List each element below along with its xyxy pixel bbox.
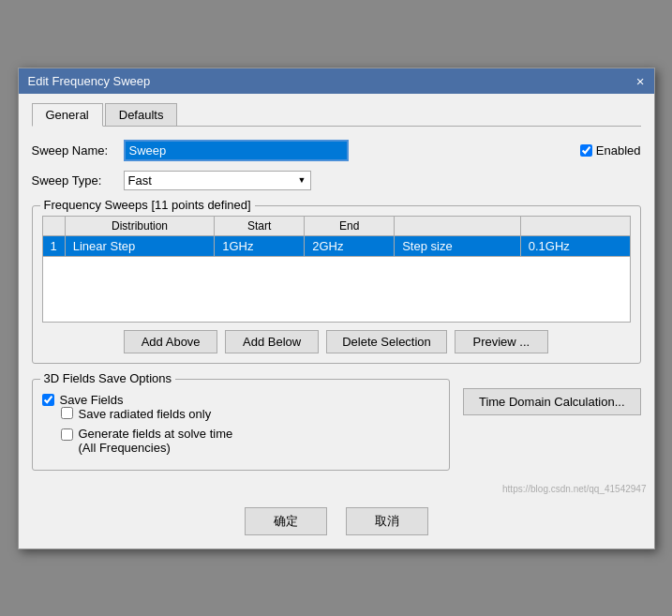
save-fields-row: Save Fields <box>42 393 440 407</box>
sweep-type-row: Sweep Type: Fast Interpolating Discrete <box>32 171 641 190</box>
fields-group-legend: 3D Fields Save Options <box>40 371 176 385</box>
frequency-table: Distribution Start End 1 Linear Step 1GH… <box>42 216 631 323</box>
row-param: Step size <box>395 235 521 256</box>
dialog-body: General Defaults Sweep Name: Enabled Swe… <box>19 94 654 484</box>
sweep-name-label: Sweep Name: <box>32 143 116 158</box>
sweep-name-row: Sweep Name: Enabled <box>32 140 641 161</box>
generate-fields-label[interactable]: Generate fields at solve time(All Freque… <box>79 427 233 455</box>
add-below-button[interactable]: Add Below <box>225 330 319 353</box>
col-num <box>42 216 65 235</box>
table-body: 1 Linear Step 1GHz 2GHz Step size 0.1GHz <box>42 235 630 322</box>
save-radiated-row: Save radiated fields only <box>61 407 440 421</box>
frequency-sweeps-group: Frequency Sweeps [11 points defined] Dis… <box>32 205 641 364</box>
tab-general[interactable]: General <box>32 103 103 127</box>
col-start: Start <box>215 216 305 235</box>
col-value <box>520 216 630 235</box>
row-num: 1 <box>42 235 65 256</box>
row-end: 2GHz <box>305 235 395 256</box>
bottom-section: 3D Fields Save Options Save Fields Save … <box>32 373 641 471</box>
row-start: 1GHz <box>215 235 305 256</box>
col-distribution: Distribution <box>65 216 215 235</box>
table-button-row: Add Above Add Below Delete Selection Pre… <box>42 330 631 353</box>
fields-group: 3D Fields Save Options Save Fields Save … <box>32 379 450 471</box>
table-row[interactable]: 1 Linear Step 1GHz 2GHz Step size 0.1GHz <box>42 235 630 256</box>
time-domain-button[interactable]: Time Domain Calculation... <box>463 388 641 415</box>
col-end: End <box>305 216 395 235</box>
generate-fields-checkbox[interactable] <box>61 428 73 441</box>
delete-selection-button[interactable]: Delete Selection <box>326 330 447 353</box>
dialog-footer: 确定 取消 <box>19 498 654 548</box>
save-fields-checkbox[interactable] <box>42 394 54 406</box>
col-param <box>395 216 521 235</box>
tab-defaults[interactable]: Defaults <box>105 103 178 126</box>
title-bar: Edit Frequency Sweep × <box>19 68 654 94</box>
enabled-row: Enabled <box>580 143 641 158</box>
save-fields-label[interactable]: Save Fields <box>42 393 440 407</box>
watermark: https://blog.csdn.net/qq_41542947 <box>19 484 654 498</box>
table-header: Distribution Start End <box>42 216 630 235</box>
cancel-button[interactable]: 取消 <box>346 507 428 535</box>
add-above-button[interactable]: Add Above <box>124 330 217 353</box>
tab-bar: General Defaults <box>32 103 641 127</box>
frequency-table-area: Distribution Start End 1 Linear Step 1GH… <box>42 216 631 323</box>
generate-fields-row: Generate fields at solve time(All Freque… <box>61 427 440 455</box>
sweep-type-select[interactable]: Fast Interpolating Discrete <box>124 171 311 190</box>
empty-row <box>42 256 630 322</box>
row-value: 0.1GHz <box>520 235 630 256</box>
row-distribution: Linear Step <box>65 235 215 256</box>
sweep-type-label: Sweep Type: <box>32 173 116 188</box>
sweep-name-input[interactable] <box>124 140 349 161</box>
save-radiated-label[interactable]: Save radiated fields only <box>79 407 212 421</box>
enabled-checkbox[interactable] <box>580 144 592 157</box>
confirm-button[interactable]: 确定 <box>245 507 327 535</box>
enabled-label[interactable]: Enabled <box>596 143 641 158</box>
save-fields-text: Save Fields <box>60 393 124 407</box>
close-button[interactable]: × <box>636 74 645 88</box>
preview-button[interactable]: Preview ... <box>455 330 548 353</box>
time-domain-section: Time Domain Calculation... <box>463 373 641 415</box>
sweep-type-select-wrapper: Fast Interpolating Discrete <box>124 171 311 190</box>
frequency-sweeps-legend: Frequency Sweeps [11 points defined] <box>40 198 255 212</box>
dialog-title: Edit Frequency Sweep <box>28 74 151 88</box>
save-radiated-checkbox[interactable] <box>61 407 73 419</box>
edit-frequency-sweep-dialog: Edit Frequency Sweep × General Defaults … <box>18 68 655 549</box>
